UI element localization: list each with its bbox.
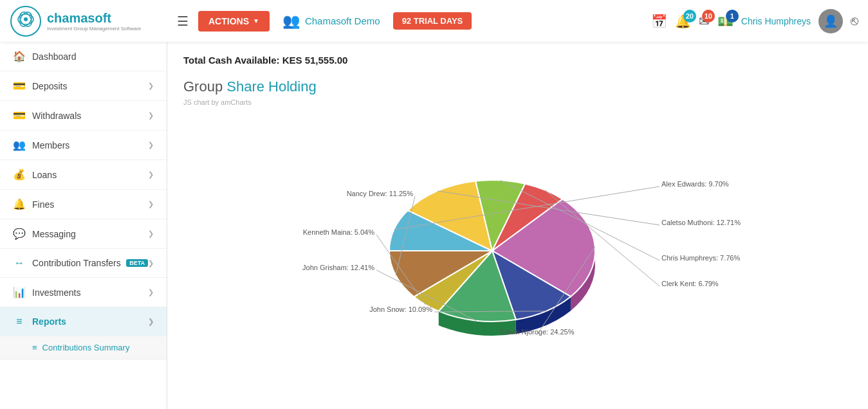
calendar-icon: 📅 <box>651 14 667 29</box>
sidebar: 🏠 Dashboard 💳 Deposits ❯ 💳 Withdrawals ❯… <box>0 42 167 409</box>
svg-text:John Grisham: 12.41%: John Grisham: 12.41% <box>302 264 374 271</box>
sidebar-label-reports: Reports <box>32 316 148 327</box>
sidebar-item-investments[interactable]: 📊 Investments ❯ <box>0 278 167 307</box>
header-right: 📅 🔔 20 ✉ 10 💵 1 Chris Humphreys 👤 ⎋ <box>651 9 858 33</box>
fines-icon: 🔔 <box>13 198 26 210</box>
payments-button[interactable]: 💵 1 <box>717 14 734 29</box>
brand-tagline: Investment Group Management Software <box>47 26 141 32</box>
contributions-summary-label: Contributions Summary <box>42 343 130 352</box>
withdrawals-icon: 💳 <box>13 109 26 122</box>
svg-point-4 <box>24 17 28 21</box>
actions-button[interactable]: ACTIONS ▼ <box>198 11 270 32</box>
beta-badge: BETA <box>126 259 148 267</box>
chart-area: Alex Edwards: 9.70%Caletso Muthoni: 12.7… <box>183 116 852 360</box>
sidebar-label-fines: Fines <box>32 199 148 210</box>
group-name: Chamasoft Demo <box>305 15 380 26</box>
main-layout: 🏠 Dashboard 💳 Deposits ❯ 💳 Withdrawals ❯… <box>0 42 868 409</box>
logo-text: chamasoft Investment Group Management So… <box>47 11 141 32</box>
main-content: Total Cash Available: KES 51,555.00 Grou… <box>167 42 868 409</box>
sidebar-label-investments: Investments <box>32 287 148 298</box>
svg-text:Caletso Muthoni: 12.71%: Caletso Muthoni: 12.71% <box>661 219 741 226</box>
chart-credit: JS chart by amCharts <box>183 98 852 106</box>
group-icon: 👥 <box>282 13 300 30</box>
fines-arrow-icon: ❯ <box>148 200 154 208</box>
loans-arrow-icon: ❯ <box>148 170 154 179</box>
members-arrow-icon: ❯ <box>148 141 154 149</box>
sidebar-label-loans: Loans <box>32 170 148 180</box>
header: chamasoft Investment Group Management So… <box>0 0 868 42</box>
pie-chart-container: Alex Edwards: 9.70%Caletso Muthoni: 12.7… <box>293 122 743 354</box>
deposits-arrow-icon: ❯ <box>148 82 154 90</box>
total-cash-value: KES 51,555.00 <box>282 55 348 66</box>
sidebar-label-messaging: Messaging <box>32 229 148 239</box>
svg-text:Nancy Drew: 11.25%: Nancy Drew: 11.25% <box>346 190 413 197</box>
chart-title-rest: Share Holding <box>226 78 316 95</box>
messages-button[interactable]: ✉ 10 <box>699 14 710 29</box>
brand-name: chamasoft <box>47 11 141 26</box>
reports-arrow-icon: ❯ <box>148 318 154 326</box>
notifications-badge: 20 <box>683 10 696 23</box>
messaging-icon: 💬 <box>13 228 26 240</box>
user-avatar[interactable]: 👤 <box>818 9 843 33</box>
total-cash-label: Total Cash Available: <box>183 55 279 66</box>
sidebar-item-deposits[interactable]: 💳 Deposits ❯ <box>0 71 167 101</box>
sidebar-label-deposits: Deposits <box>32 81 148 91</box>
logout-icon[interactable]: ⎋ <box>851 14 858 28</box>
svg-text:Chris Humphreys: 7.76%: Chris Humphreys: 7.76% <box>661 254 740 262</box>
svg-text:John Snow: 10.09%: John Snow: 10.09% <box>369 305 432 313</box>
sidebar-item-members[interactable]: 👥 Members ❯ <box>0 131 167 160</box>
hamburger-button[interactable]: ☰ <box>177 14 189 29</box>
avatar-icon: 👤 <box>824 14 838 28</box>
chart-section-title: Group Share Holding <box>183 78 852 95</box>
actions-arrow-icon: ▼ <box>253 17 259 24</box>
sidebar-label-dashboard: Dashboard <box>32 51 154 62</box>
logo-icon <box>10 5 42 37</box>
loans-icon: 💰 <box>13 168 26 181</box>
svg-text:Kenneth Maina: 5.04%: Kenneth Maina: 5.04% <box>302 228 374 236</box>
sidebar-item-fines[interactable]: 🔔 Fines ❯ <box>0 190 167 219</box>
chart-title-group: Group <box>183 78 223 95</box>
sidebar-label-members: Members <box>32 140 148 150</box>
sidebar-item-withdrawals[interactable]: 💳 Withdrawals ❯ <box>0 101 167 131</box>
sidebar-item-loans[interactable]: 💰 Loans ❯ <box>0 160 167 190</box>
svg-text:Alex Edwards: 9.70%: Alex Edwards: 9.70% <box>661 180 729 188</box>
withdrawals-arrow-icon: ❯ <box>148 111 154 120</box>
messaging-arrow-icon: ❯ <box>148 230 154 238</box>
svg-text:Clerk Kent: 6.79%: Clerk Kent: 6.79% <box>661 280 719 287</box>
sidebar-label-withdrawals: Withdrawals <box>32 111 148 121</box>
messages-badge: 10 <box>702 10 715 23</box>
svg-text:Edwin Njoroge: 24.25%: Edwin Njoroge: 24.25% <box>500 328 574 336</box>
logo-area: chamasoft Investment Group Management So… <box>10 5 177 37</box>
pie-chart: Alex Edwards: 9.70%Caletso Muthoni: 12.7… <box>293 122 743 354</box>
contributions-summary-icon: ≡ <box>32 343 37 352</box>
transfers-icon: ↔ <box>13 257 26 269</box>
investments-icon: 📊 <box>13 286 26 298</box>
members-icon: 👥 <box>13 139 26 151</box>
reports-icon: ≡ <box>13 316 26 327</box>
sidebar-item-contributions-summary[interactable]: ≡ Contributions Summary <box>0 336 167 359</box>
sidebar-item-messaging[interactable]: 💬 Messaging ❯ <box>0 219 167 249</box>
trial-days-badge[interactable]: 92 TRIAL DAYS <box>393 12 472 30</box>
sidebar-label-transfers: Contribution Transfers <box>32 258 126 268</box>
notifications-button[interactable]: 🔔 20 <box>675 14 691 29</box>
deposits-icon: 💳 <box>13 80 26 92</box>
user-name: Chris Humphreys <box>741 16 811 26</box>
sidebar-item-dashboard[interactable]: 🏠 Dashboard <box>0 42 167 71</box>
sidebar-item-contribution-transfers[interactable]: ↔ Contribution Transfers BETA ❯ <box>0 249 167 278</box>
investments-arrow-icon: ❯ <box>148 288 154 296</box>
total-cash-display: Total Cash Available: KES 51,555.00 <box>183 55 852 66</box>
sidebar-item-reports[interactable]: ≡ Reports ❯ <box>0 307 167 336</box>
payments-badge: 1 <box>726 10 739 23</box>
calendar-button[interactable]: 📅 <box>651 14 667 29</box>
transfers-arrow-icon: ❯ <box>148 259 154 268</box>
home-icon: 🏠 <box>13 50 26 62</box>
